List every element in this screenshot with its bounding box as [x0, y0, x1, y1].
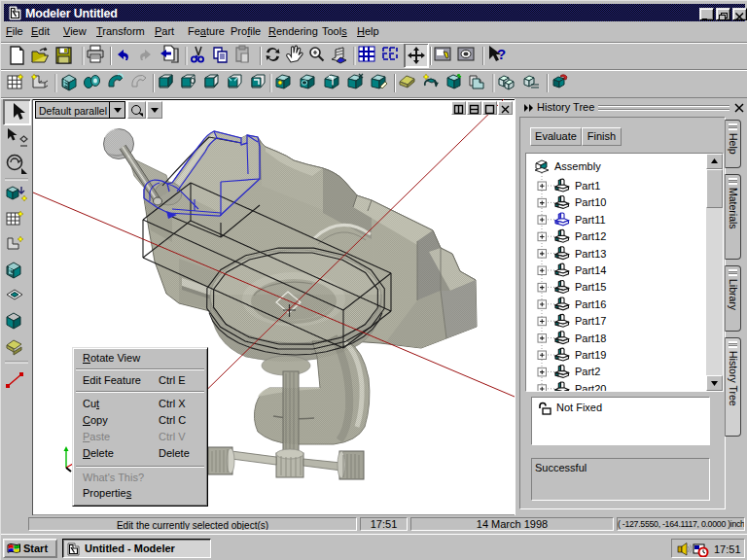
svg-text:Part10: Part10 — [575, 196, 606, 208]
svg-text:Part2: Part2 — [575, 366, 600, 377]
svg-text:Part1: Part1 — [575, 180, 600, 192]
svg-text:Assembly: Assembly — [554, 160, 601, 172]
svg-text:Part18: Part18 — [575, 332, 606, 344]
svg-text:Part11: Part11 — [575, 214, 606, 226]
svg-text:Part13: Part13 — [575, 248, 606, 260]
svg-text:Part17: Part17 — [575, 315, 606, 327]
svg-text:Part12: Part12 — [575, 230, 606, 242]
svg-text:Part16: Part16 — [575, 298, 606, 310]
svg-text:?: ? — [497, 46, 506, 62]
svg-text:Part20: Part20 — [575, 383, 606, 391]
svg-text:Part15: Part15 — [575, 281, 606, 293]
svg-text:Part14: Part14 — [575, 264, 606, 276]
svg-text:Part19: Part19 — [575, 349, 606, 361]
